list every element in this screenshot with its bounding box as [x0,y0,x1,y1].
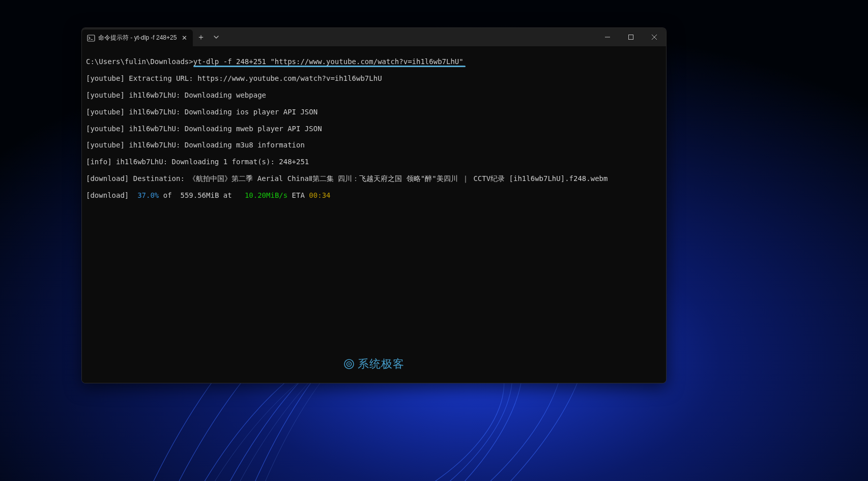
progress-percent: 37.0% [137,191,159,199]
output-line: [download] Destination: 《航拍中国》第二季 Aerial… [86,174,662,183]
progress-eta-label: ETA [287,191,309,199]
command-text: yt-dlp -f 248+251 "https://www.youtube.c… [193,57,464,66]
svg-rect-4 [629,35,633,40]
progress-prefix: [download] [86,191,137,199]
titlebar-drag-area[interactable] [223,28,596,46]
new-tab-button[interactable]: ＋ [193,28,209,46]
maximize-button[interactable] [619,28,643,46]
tab-title: 命令提示符 - yt-dlp -f 248+25 [98,34,177,42]
tab-dropdown-button[interactable] [209,28,223,46]
output-line: [info] ih1l6wb7LhU: Downloading 1 format… [86,158,662,166]
output-line: [youtube] ih1l6wb7LhU: Downloading ios p… [86,108,662,116]
window-controls [596,28,666,46]
output-line: [youtube] ih1l6wb7LhU: Downloading webpa… [86,91,662,99]
minimize-button[interactable] [596,28,619,46]
svg-rect-1 [88,35,95,41]
watermark: 系统极客 [343,358,404,370]
watermark-text: 系统极客 [358,360,404,368]
progress-line: [download] 37.0% of 559.56MiB at 10.20Mi… [86,191,662,199]
progress-eta: 00:34 [309,191,330,199]
cmd-icon [87,34,95,42]
output-line: [youtube] ih1l6wb7LhU: Downloading m3u8 … [86,141,662,149]
output-line: [youtube] ih1l6wb7LhU: Downloading mweb … [86,125,662,133]
prompt-line: C:\Users\fulin\Downloads>yt-dlp -f 248+2… [86,57,662,66]
svg-point-7 [349,364,350,365]
close-button[interactable] [643,28,666,46]
terminal-window: 命令提示符 - yt-dlp -f 248+25 ✕ ＋ C:\Users\fu… [81,27,667,383]
tab-close-button[interactable]: ✕ [180,34,189,43]
output-line: [youtube] Extracting URL: https://www.yo… [86,74,662,82]
titlebar[interactable]: 命令提示符 - yt-dlp -f 248+25 ✕ ＋ [82,28,666,46]
progress-speed: 10.20MiB/s [245,191,287,199]
prompt-path: C:\Users\fulin\Downloads> [86,57,193,66]
watermark-icon [343,358,355,370]
terminal-output[interactable]: C:\Users\fulin\Downloads>yt-dlp -f 248+2… [82,46,666,383]
progress-of: of 559.56MiB at [159,191,245,199]
tab-active[interactable]: 命令提示符 - yt-dlp -f 248+25 ✕ [82,29,193,46]
tab-area: 命令提示符 - yt-dlp -f 248+25 ✕ ＋ [82,28,223,46]
